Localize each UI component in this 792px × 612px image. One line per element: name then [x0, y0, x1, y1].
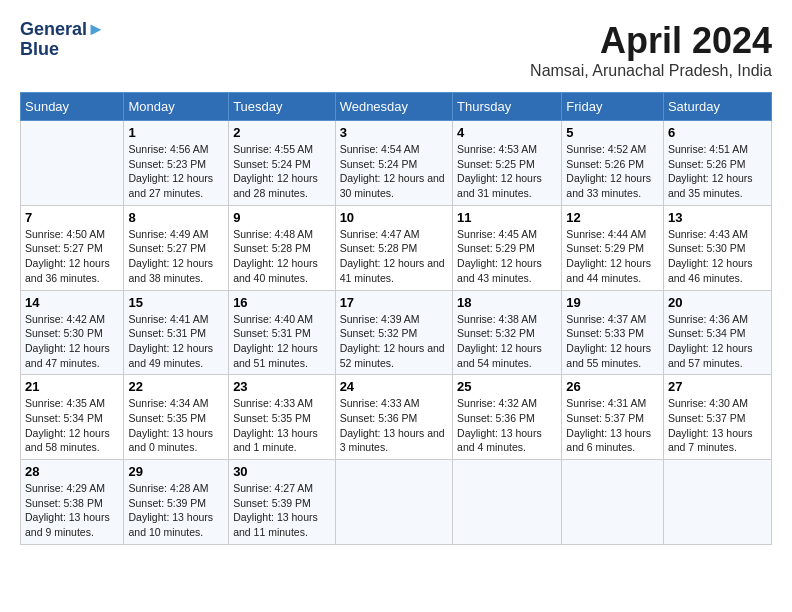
day-info: Sunrise: 4:29 AMSunset: 5:38 PMDaylight:…: [25, 481, 119, 540]
day-number: 6: [668, 125, 767, 140]
day-info: Sunrise: 4:28 AMSunset: 5:39 PMDaylight:…: [128, 481, 224, 540]
calendar-week-row: 14Sunrise: 4:42 AMSunset: 5:30 PMDayligh…: [21, 290, 772, 375]
weekday-header-thursday: Thursday: [453, 93, 562, 121]
calendar-table: SundayMondayTuesdayWednesdayThursdayFrid…: [20, 92, 772, 545]
calendar-cell: 27Sunrise: 4:30 AMSunset: 5:37 PMDayligh…: [663, 375, 771, 460]
day-info: Sunrise: 4:45 AMSunset: 5:29 PMDaylight:…: [457, 227, 557, 286]
calendar-cell: 6Sunrise: 4:51 AMSunset: 5:26 PMDaylight…: [663, 121, 771, 206]
calendar-cell: [21, 121, 124, 206]
day-number: 15: [128, 295, 224, 310]
day-info: Sunrise: 4:30 AMSunset: 5:37 PMDaylight:…: [668, 396, 767, 455]
calendar-cell: 25Sunrise: 4:32 AMSunset: 5:36 PMDayligh…: [453, 375, 562, 460]
day-number: 9: [233, 210, 331, 225]
weekday-header-monday: Monday: [124, 93, 229, 121]
calendar-cell: 1Sunrise: 4:56 AMSunset: 5:23 PMDaylight…: [124, 121, 229, 206]
day-info: Sunrise: 4:27 AMSunset: 5:39 PMDaylight:…: [233, 481, 331, 540]
day-number: 7: [25, 210, 119, 225]
day-info: Sunrise: 4:39 AMSunset: 5:32 PMDaylight:…: [340, 312, 448, 371]
day-info: Sunrise: 4:42 AMSunset: 5:30 PMDaylight:…: [25, 312, 119, 371]
calendar-cell: 26Sunrise: 4:31 AMSunset: 5:37 PMDayligh…: [562, 375, 664, 460]
calendar-week-row: 1Sunrise: 4:56 AMSunset: 5:23 PMDaylight…: [21, 121, 772, 206]
weekday-header-tuesday: Tuesday: [229, 93, 336, 121]
calendar-cell: 10Sunrise: 4:47 AMSunset: 5:28 PMDayligh…: [335, 205, 452, 290]
day-info: Sunrise: 4:49 AMSunset: 5:27 PMDaylight:…: [128, 227, 224, 286]
calendar-cell: 28Sunrise: 4:29 AMSunset: 5:38 PMDayligh…: [21, 460, 124, 545]
weekday-header-row: SundayMondayTuesdayWednesdayThursdayFrid…: [21, 93, 772, 121]
day-number: 13: [668, 210, 767, 225]
day-info: Sunrise: 4:52 AMSunset: 5:26 PMDaylight:…: [566, 142, 659, 201]
calendar-cell: 22Sunrise: 4:34 AMSunset: 5:35 PMDayligh…: [124, 375, 229, 460]
day-info: Sunrise: 4:47 AMSunset: 5:28 PMDaylight:…: [340, 227, 448, 286]
day-info: Sunrise: 4:33 AMSunset: 5:35 PMDaylight:…: [233, 396, 331, 455]
day-number: 1: [128, 125, 224, 140]
day-info: Sunrise: 4:36 AMSunset: 5:34 PMDaylight:…: [668, 312, 767, 371]
day-info: Sunrise: 4:37 AMSunset: 5:33 PMDaylight:…: [566, 312, 659, 371]
day-number: 29: [128, 464, 224, 479]
calendar-cell: 13Sunrise: 4:43 AMSunset: 5:30 PMDayligh…: [663, 205, 771, 290]
calendar-cell: 30Sunrise: 4:27 AMSunset: 5:39 PMDayligh…: [229, 460, 336, 545]
day-number: 28: [25, 464, 119, 479]
day-info: Sunrise: 4:40 AMSunset: 5:31 PMDaylight:…: [233, 312, 331, 371]
calendar-cell: 20Sunrise: 4:36 AMSunset: 5:34 PMDayligh…: [663, 290, 771, 375]
day-info: Sunrise: 4:50 AMSunset: 5:27 PMDaylight:…: [25, 227, 119, 286]
day-info: Sunrise: 4:56 AMSunset: 5:23 PMDaylight:…: [128, 142, 224, 201]
day-info: Sunrise: 4:54 AMSunset: 5:24 PMDaylight:…: [340, 142, 448, 201]
calendar-cell: 29Sunrise: 4:28 AMSunset: 5:39 PMDayligh…: [124, 460, 229, 545]
page-subtitle: Namsai, Arunachal Pradesh, India: [530, 62, 772, 80]
day-number: 26: [566, 379, 659, 394]
day-info: Sunrise: 4:55 AMSunset: 5:24 PMDaylight:…: [233, 142, 331, 201]
calendar-cell: 9Sunrise: 4:48 AMSunset: 5:28 PMDaylight…: [229, 205, 336, 290]
day-info: Sunrise: 4:53 AMSunset: 5:25 PMDaylight:…: [457, 142, 557, 201]
day-number: 22: [128, 379, 224, 394]
day-number: 21: [25, 379, 119, 394]
logo: General►Blue: [20, 20, 105, 60]
day-number: 4: [457, 125, 557, 140]
calendar-cell: 19Sunrise: 4:37 AMSunset: 5:33 PMDayligh…: [562, 290, 664, 375]
calendar-cell: 17Sunrise: 4:39 AMSunset: 5:32 PMDayligh…: [335, 290, 452, 375]
weekday-header-wednesday: Wednesday: [335, 93, 452, 121]
day-info: Sunrise: 4:51 AMSunset: 5:26 PMDaylight:…: [668, 142, 767, 201]
calendar-cell: 18Sunrise: 4:38 AMSunset: 5:32 PMDayligh…: [453, 290, 562, 375]
calendar-cell: 15Sunrise: 4:41 AMSunset: 5:31 PMDayligh…: [124, 290, 229, 375]
day-info: Sunrise: 4:44 AMSunset: 5:29 PMDaylight:…: [566, 227, 659, 286]
day-info: Sunrise: 4:35 AMSunset: 5:34 PMDaylight:…: [25, 396, 119, 455]
weekday-header-friday: Friday: [562, 93, 664, 121]
day-number: 25: [457, 379, 557, 394]
day-number: 18: [457, 295, 557, 310]
day-info: Sunrise: 4:31 AMSunset: 5:37 PMDaylight:…: [566, 396, 659, 455]
calendar-week-row: 21Sunrise: 4:35 AMSunset: 5:34 PMDayligh…: [21, 375, 772, 460]
calendar-body: 1Sunrise: 4:56 AMSunset: 5:23 PMDaylight…: [21, 121, 772, 545]
calendar-header: SundayMondayTuesdayWednesdayThursdayFrid…: [21, 93, 772, 121]
day-info: Sunrise: 4:34 AMSunset: 5:35 PMDaylight:…: [128, 396, 224, 455]
calendar-cell: [562, 460, 664, 545]
day-info: Sunrise: 4:38 AMSunset: 5:32 PMDaylight:…: [457, 312, 557, 371]
calendar-cell: 11Sunrise: 4:45 AMSunset: 5:29 PMDayligh…: [453, 205, 562, 290]
calendar-cell: 2Sunrise: 4:55 AMSunset: 5:24 PMDaylight…: [229, 121, 336, 206]
weekday-header-sunday: Sunday: [21, 93, 124, 121]
day-info: Sunrise: 4:43 AMSunset: 5:30 PMDaylight:…: [668, 227, 767, 286]
calendar-cell: 5Sunrise: 4:52 AMSunset: 5:26 PMDaylight…: [562, 121, 664, 206]
day-number: 30: [233, 464, 331, 479]
day-number: 3: [340, 125, 448, 140]
calendar-cell: 4Sunrise: 4:53 AMSunset: 5:25 PMDaylight…: [453, 121, 562, 206]
calendar-cell: 24Sunrise: 4:33 AMSunset: 5:36 PMDayligh…: [335, 375, 452, 460]
calendar-week-row: 7Sunrise: 4:50 AMSunset: 5:27 PMDaylight…: [21, 205, 772, 290]
day-number: 27: [668, 379, 767, 394]
day-number: 10: [340, 210, 448, 225]
calendar-cell: [663, 460, 771, 545]
day-number: 11: [457, 210, 557, 225]
day-info: Sunrise: 4:32 AMSunset: 5:36 PMDaylight:…: [457, 396, 557, 455]
calendar-cell: 8Sunrise: 4:49 AMSunset: 5:27 PMDaylight…: [124, 205, 229, 290]
day-number: 14: [25, 295, 119, 310]
day-number: 19: [566, 295, 659, 310]
page-title: April 2024: [530, 20, 772, 62]
calendar-week-row: 28Sunrise: 4:29 AMSunset: 5:38 PMDayligh…: [21, 460, 772, 545]
day-number: 17: [340, 295, 448, 310]
day-info: Sunrise: 4:33 AMSunset: 5:36 PMDaylight:…: [340, 396, 448, 455]
logo-text: General►Blue: [20, 20, 105, 60]
day-info: Sunrise: 4:48 AMSunset: 5:28 PMDaylight:…: [233, 227, 331, 286]
day-number: 23: [233, 379, 331, 394]
day-number: 5: [566, 125, 659, 140]
day-number: 8: [128, 210, 224, 225]
day-number: 16: [233, 295, 331, 310]
